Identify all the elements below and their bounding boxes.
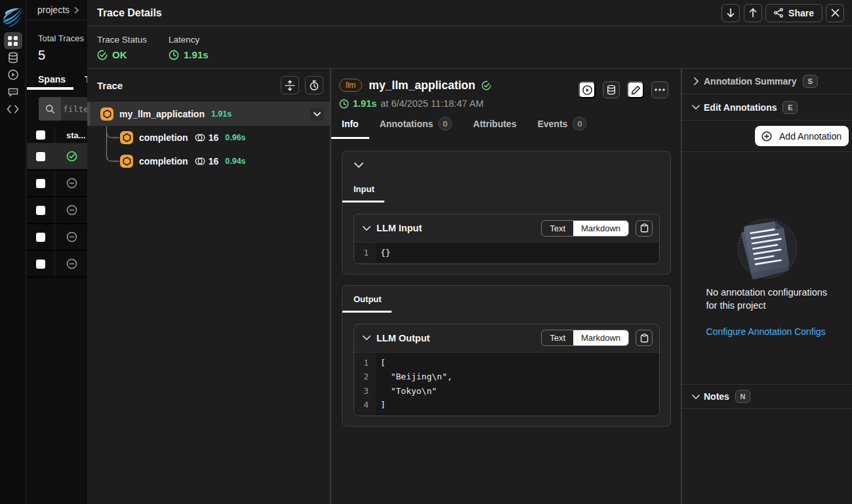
clock-icon — [339, 99, 349, 109]
chevron-down-icon — [363, 226, 371, 231]
next-trace-button[interactable] — [744, 4, 762, 22]
status-unset-icon — [55, 258, 77, 269]
llm-output-title: LLM Output — [376, 333, 430, 343]
open-in-playground-button[interactable] — [578, 81, 596, 98]
status-unset-icon — [55, 178, 77, 189]
collapse-children-button[interactable] — [310, 107, 324, 121]
configure-annotation-configs-link[interactable]: Configure Annotation Configs — [706, 326, 828, 337]
chevron-down-icon — [354, 163, 363, 168]
clipboard-icon — [640, 223, 649, 233]
nav-rail — [0, 0, 26, 504]
shortcut-badge-n: N — [735, 390, 750, 403]
nav-support-chat-icon[interactable] — [4, 83, 22, 100]
breadcrumb-projects-link[interactable]: projects — [37, 5, 70, 15]
span-kind-badge: llm — [339, 79, 362, 92]
notes-row[interactable]: Notes N — [682, 384, 852, 409]
output-tab[interactable]: Output — [342, 294, 392, 313]
clipboard-icon — [640, 334, 649, 343]
previous-trace-button[interactable] — [721, 4, 740, 22]
row-checkbox[interactable] — [36, 179, 45, 188]
left-panel-tabs: Spans Traces — [27, 74, 87, 90]
annotation-summary-row[interactable]: Annotation Summary S — [682, 69, 852, 94]
latency-value: 1.91s — [184, 49, 209, 60]
chevron-down-icon — [689, 395, 702, 399]
span-timestamp: at 6/4/2025 11:18:47 AM — [380, 98, 483, 109]
table-row[interactable] — [27, 144, 87, 170]
more-actions-button[interactable] — [651, 81, 668, 98]
page-title: Trace Details — [97, 7, 162, 19]
status-unset-icon — [55, 231, 77, 242]
input-markdown-mode-button[interactable]: Markdown — [573, 221, 628, 236]
output-view-mode-toggle: Text Markdown — [541, 330, 629, 346]
table-row[interactable] — [27, 170, 87, 197]
input-tab[interactable]: Input — [342, 184, 384, 203]
tree-row-root-span[interactable]: my_llm_application 1.91s — [87, 102, 330, 126]
output-text-mode-button[interactable]: Text — [542, 330, 573, 345]
row-checkbox[interactable] — [36, 233, 45, 242]
tab-events[interactable]: Events0 — [527, 109, 597, 139]
span-status-ok-icon — [481, 81, 491, 90]
status-unset-icon — [55, 204, 77, 216]
annotate-button[interactable] — [627, 81, 644, 98]
tree-row-child-span[interactable]: completion 16 0.96s — [87, 126, 330, 149]
collapse-card-button[interactable] — [363, 336, 371, 340]
spans-table-header: sta... — [27, 127, 87, 144]
row-checkbox[interactable] — [36, 206, 45, 215]
tab-attributes[interactable]: Attributes — [462, 109, 527, 139]
filter-search-input[interactable] — [61, 104, 87, 114]
pencil-icon — [631, 85, 641, 95]
tab-spans[interactable]: Spans — [27, 74, 73, 90]
annotations-panel: Annotation Summary S Edit Annotations E … — [682, 69, 852, 504]
edit-annotations-row[interactable]: Edit Annotations E — [682, 94, 852, 121]
add-annotation-button[interactable]: Add Annotation — [755, 126, 849, 146]
tab-info[interactable]: Info — [331, 109, 369, 139]
nav-datasets-database-icon[interactable] — [4, 49, 22, 66]
copy-output-button[interactable] — [636, 330, 653, 346]
row-checkbox[interactable] — [36, 260, 45, 269]
tab-annotations[interactable]: Annotations0 — [369, 109, 463, 139]
trace-status-label: Trace Status — [97, 35, 147, 45]
llm-input-code: 1 {} — [354, 242, 659, 263]
table-row[interactable] — [27, 224, 87, 251]
shortcut-badge-e: E — [782, 101, 798, 114]
timing-toggle-button[interactable] — [305, 76, 323, 94]
collapse-section-button[interactable] — [354, 163, 670, 168]
table-row[interactable] — [27, 197, 87, 224]
close-button[interactable] — [826, 4, 844, 22]
llm-output-card: LLM Output Text Markdown — [354, 324, 660, 416]
collapse-card-button[interactable] — [363, 226, 371, 231]
code-line: "Beijing\n", — [380, 370, 453, 384]
total-traces-label: Total Traces — [38, 33, 87, 43]
llm-input-title: LLM Input — [376, 223, 422, 233]
select-all-checkbox[interactable] — [36, 130, 45, 140]
span-duration: 1.91s — [211, 109, 232, 119]
nav-playground-play-circle-icon[interactable] — [4, 66, 22, 83]
phoenix-logo[interactable] — [2, 5, 24, 29]
share-button[interactable]: Share — [765, 4, 822, 22]
shortcut-badge-s: S — [803, 75, 818, 88]
nav-api-code-icon[interactable] — [4, 100, 22, 117]
arrow-up-icon — [748, 8, 758, 18]
status-column-header: sta... — [55, 130, 86, 140]
documents-illustration — [731, 211, 803, 284]
notes-label: Notes — [704, 391, 729, 402]
clock-icon — [169, 50, 179, 60]
row-checkbox[interactable] — [36, 152, 45, 161]
llm-span-hexagon-icon — [100, 107, 113, 121]
table-row[interactable] — [27, 251, 87, 278]
copy-input-button[interactable] — [636, 220, 653, 237]
add-to-dataset-button[interactable] — [603, 81, 620, 98]
span-details-panel: llm my_llm_application — [331, 69, 681, 504]
output-markdown-mode-button[interactable]: Markdown — [573, 330, 628, 345]
token-count: 16 — [209, 156, 219, 166]
database-icon — [606, 85, 617, 95]
input-text-mode-button[interactable]: Text — [542, 221, 573, 236]
expand-collapse-all-button[interactable] — [281, 76, 299, 94]
tree-row-child-span[interactable]: completion 16 0.94s — [87, 149, 330, 173]
llm-span-hexagon-icon — [120, 131, 133, 144]
tab-traces[interactable]: Traces — [73, 74, 87, 90]
total-traces-value: 5 — [38, 48, 87, 63]
code-line: {} — [380, 246, 391, 260]
nav-projects-grid-icon[interactable] — [4, 32, 22, 49]
token-count-icon — [195, 157, 205, 165]
